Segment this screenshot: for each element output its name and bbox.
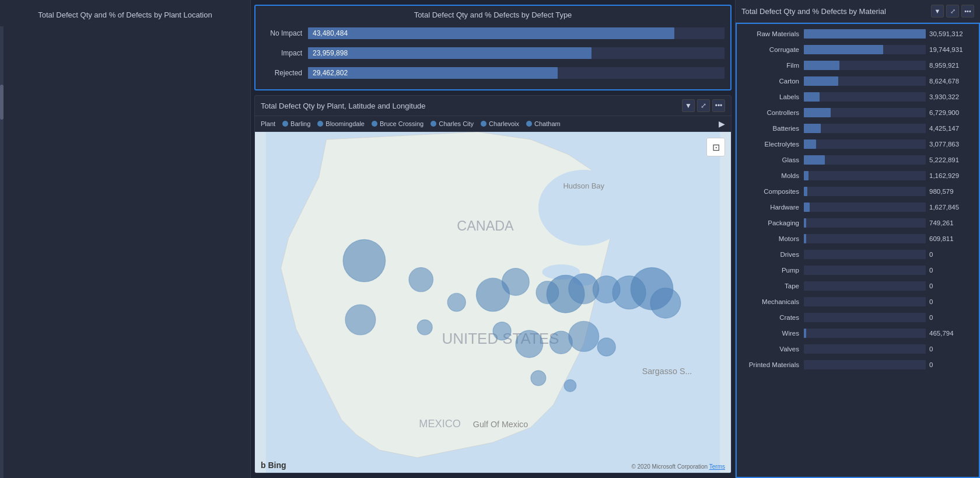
material-label: Raw Materials (743, 30, 804, 37)
material-bar-item[interactable]: Raw Materials30,591,312 (743, 27, 973, 40)
map-filter-btn[interactable]: ▼ (682, 99, 695, 112)
right-panel-title: Total Defect Qty and % Defects by Materi… (741, 7, 886, 16)
right-panel-header: Total Defect Qty and % Defects by Materi… (736, 0, 980, 23)
material-label: Crates (743, 314, 804, 321)
legend-more-arrow[interactable]: ▶ (719, 119, 725, 128)
defect-type-section: Total Defect Qty and % Defects by Defect… (254, 5, 732, 90)
material-value: 5,222,891 (929, 156, 973, 163)
right-bar-fill (804, 61, 839, 70)
map-header: Total Defect Qty by Plant, Latitude and … (255, 96, 731, 116)
material-bar-item[interactable]: Electrolytes3,077,863 (743, 138, 973, 151)
right-bar-fill (804, 29, 926, 39)
material-bar-item[interactable]: Composites980,579 (743, 185, 973, 198)
scrollbar-thumb[interactable] (0, 85, 4, 120)
map-legend-plant-label: Plant (261, 120, 275, 127)
material-bar-item[interactable]: Batteries4,425,147 (743, 122, 973, 135)
legend-item: Bruce Crossing (372, 120, 424, 127)
legend-dot (526, 121, 532, 127)
map-copyright: © 2020 Microsoft Corporation Terms (631, 463, 725, 470)
defect-type-row: Impact23,959,898 (261, 45, 724, 61)
map-reset-btn[interactable]: ⊡ (706, 138, 725, 156)
defect-type-row: No Impact43,480,484 (261, 25, 724, 41)
material-value: 3,077,863 (929, 141, 973, 148)
material-bar-item[interactable]: Mechanicals0 (743, 295, 973, 308)
right-bar-fill (804, 92, 820, 102)
legend-item: Chatham (526, 120, 561, 127)
right-bar-fill (804, 187, 807, 196)
terms-link[interactable]: Terms (709, 463, 725, 470)
material-value: 0 (929, 298, 973, 305)
material-value: 0 (929, 251, 973, 258)
right-expand-btn[interactable]: ⤢ (946, 5, 959, 18)
material-bar-item[interactable]: Corrugate19,744,931 (743, 43, 973, 56)
legend-item: Charles City (430, 120, 474, 127)
material-bar-item[interactable]: Motors609,811 (743, 232, 973, 245)
material-bar-item[interactable]: Valves0 (743, 343, 973, 355)
svg-point-31 (564, 379, 576, 392)
svg-point-14 (417, 320, 432, 335)
map-controls: ▼ ⤢ ••• (682, 99, 725, 112)
right-bar-track (804, 313, 926, 322)
right-bar-track (804, 155, 926, 165)
map-container: CANADA Hudson Bay UNITED STATES MEXICO G… (255, 132, 731, 473)
material-value: 3,930,322 (929, 93, 973, 100)
material-value: 4,425,147 (929, 125, 973, 132)
right-bar-track (804, 108, 926, 117)
map-section: Total Defect Qty by Plant, Latitude and … (254, 95, 732, 473)
material-label: Film (743, 62, 804, 69)
material-bar-item[interactable]: Drives0 (743, 248, 973, 261)
legend-name: Chatham (534, 120, 561, 127)
material-label: Glass (743, 156, 804, 163)
svg-point-28 (569, 321, 599, 351)
defect-bar-track: 43,480,484 (308, 27, 724, 39)
material-bar-item[interactable]: Molds1,162,929 (743, 169, 973, 182)
bing-logo: b Bing (261, 460, 286, 470)
material-bar-item[interactable]: Printed Materials0 (743, 358, 973, 371)
material-bar-item[interactable]: Crates0 (743, 311, 973, 324)
material-bar-item[interactable]: Hardware1,627,845 (743, 201, 973, 214)
material-value: 0 (929, 314, 973, 321)
material-bar-item[interactable]: Labels3,930,322 (743, 90, 973, 103)
material-bar-item[interactable]: Carton8,624,678 (743, 75, 973, 88)
material-value: 30,591,312 (929, 30, 973, 37)
scrollbar[interactable] (0, 26, 4, 478)
map-svg: CANADA Hudson Bay UNITED STATES MEXICO G… (255, 132, 731, 473)
right-bar-track (804, 187, 926, 196)
defect-bar-track: 23,959,898 (308, 47, 724, 59)
material-bar-item[interactable]: Tape0 (743, 280, 973, 292)
material-bar-item[interactable]: Film8,959,921 (743, 59, 973, 72)
material-label: Wires (743, 330, 804, 337)
svg-text:Hudson Bay: Hudson Bay (563, 182, 604, 190)
material-label: Carton (743, 78, 804, 85)
legend-dot (317, 121, 323, 127)
map-menu-btn[interactable]: ••• (712, 99, 725, 112)
right-menu-btn[interactable]: ••• (961, 5, 974, 18)
map-expand-btn[interactable]: ⤢ (697, 99, 710, 112)
legend-dot (430, 121, 436, 127)
material-bar-item[interactable]: Pump0 (743, 264, 973, 277)
right-filter-btn[interactable]: ▼ (931, 5, 944, 18)
material-value: 465,794 (929, 330, 973, 337)
svg-point-13 (345, 305, 376, 335)
material-bar-item[interactable]: Wires465,794 (743, 327, 973, 340)
material-value: 1,162,929 (929, 172, 973, 179)
svg-text:MEXICO: MEXICO (419, 418, 461, 430)
right-panel: Total Defect Qty and % Defects by Materi… (735, 0, 980, 478)
material-bar-item[interactable]: Controllers6,729,900 (743, 106, 973, 119)
map-background: CANADA Hudson Bay UNITED STATES MEXICO G… (255, 132, 731, 473)
material-label: Controllers (743, 109, 804, 116)
material-value: 749,261 (929, 219, 973, 226)
map-legend: PlantBarlingBloomingdaleBruce CrossingCh… (255, 116, 731, 132)
material-label: Valves (743, 346, 804, 353)
material-label: Molds (743, 172, 804, 179)
legend-name: Bloomingdale (326, 120, 365, 127)
right-bar-fill (804, 76, 838, 86)
right-bar-fill (804, 45, 883, 54)
material-bar-item[interactable]: Glass5,222,891 (743, 153, 973, 166)
right-bar-track (804, 266, 926, 275)
right-bar-track (804, 218, 926, 228)
material-bar-item[interactable]: Packaging749,261 (743, 217, 973, 229)
right-bar-fill (804, 171, 808, 180)
right-bar-fill (804, 218, 806, 228)
right-bar-fill (804, 203, 810, 212)
